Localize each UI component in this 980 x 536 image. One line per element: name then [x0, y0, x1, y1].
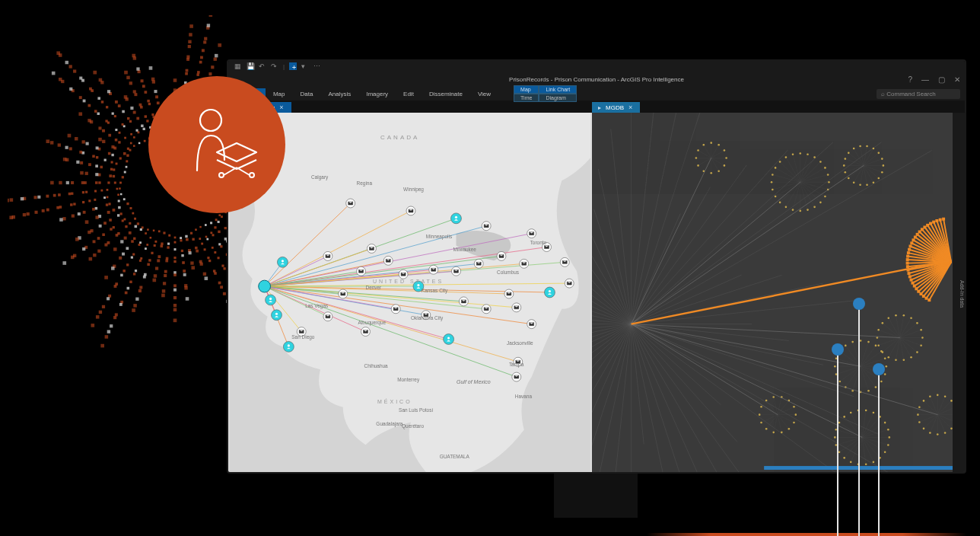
- svg-rect-493: [126, 76, 130, 80]
- map-node[interactable]: [346, 199, 355, 208]
- map-node[interactable]: [560, 257, 569, 266]
- tab-edit[interactable]: Edit: [396, 88, 422, 100]
- close-tab-icon[interactable]: ×: [628, 104, 632, 111]
- map-node[interactable]: [323, 251, 332, 260]
- svg-point-901: [827, 174, 829, 176]
- map-node[interactable]: [504, 289, 514, 298]
- map-node[interactable]: [482, 222, 491, 231]
- map-node[interactable]: [277, 257, 288, 267]
- map-node[interactable]: [459, 297, 468, 306]
- undo-icon[interactable]: ↶: [259, 62, 266, 70]
- svg-rect-197: [163, 282, 166, 285]
- close-tab-icon[interactable]: ×: [279, 104, 283, 111]
- svg-rect-374: [98, 174, 101, 177]
- svg-rect-491: [133, 90, 136, 93]
- map-node[interactable]: [361, 327, 371, 337]
- tab-imagery[interactable]: Imagery: [358, 88, 396, 100]
- close-icon[interactable]: ✕: [954, 75, 960, 84]
- map-node[interactable]: [452, 266, 461, 276]
- tab-disseminate[interactable]: Disseminate: [422, 88, 470, 100]
- doc-tab-mgdb[interactable]: ▸ MGDB×: [592, 102, 640, 113]
- map-node[interactable]: [512, 303, 521, 312]
- svg-rect-402: [119, 157, 122, 159]
- map-node[interactable]: [272, 310, 282, 321]
- map-node[interactable]: [367, 244, 376, 254]
- svg-rect-389: [116, 163, 118, 165]
- svg-rect-366: [81, 181, 84, 184]
- svg-rect-196: [164, 274, 167, 277]
- side-panel-strip[interactable]: Add-In data: [953, 113, 965, 472]
- svg-rect-330: [82, 201, 84, 203]
- map-node[interactable]: [283, 341, 294, 352]
- redo-icon[interactable]: ↷: [271, 62, 278, 70]
- map-node[interactable]: [391, 305, 400, 314]
- app-menu-icon[interactable]: ▦: [234, 62, 242, 70]
- map-node[interactable]: [474, 259, 483, 268]
- window-controls: ? ― ▢ ✕: [908, 75, 960, 84]
- graph-canvas[interactable]: [592, 113, 965, 472]
- svg-rect-180: [173, 257, 176, 259]
- svg-rect-411: [126, 154, 129, 156]
- add-icon[interactable]: ＋: [289, 62, 297, 70]
- help-icon[interactable]: ?: [908, 75, 912, 84]
- svg-rect-562: [206, 26, 209, 29]
- svg-rect-501: [145, 91, 148, 94]
- map-node[interactable]: [266, 295, 276, 305]
- map-node[interactable]: [383, 256, 393, 265]
- svg-rect-472: [107, 90, 110, 93]
- folder-icon[interactable]: ▾: [301, 62, 309, 70]
- svg-rect-1186: [908, 248, 911, 251]
- map-node[interactable]: [444, 334, 454, 345]
- map-pane[interactable]: CalgaryReginaWinnipegMinneapolisMilwauke…: [228, 113, 592, 472]
- svg-point-705: [219, 173, 224, 177]
- minimize-icon[interactable]: ―: [921, 75, 929, 84]
- svg-rect-296: [129, 207, 132, 209]
- tab-analysis[interactable]: Analysis: [320, 88, 358, 100]
- map-node[interactable]: [512, 372, 521, 381]
- command-search[interactable]: ⌕ Command Search: [877, 89, 960, 99]
- map-node[interactable]: [520, 259, 529, 268]
- svg-line-833: [592, 150, 632, 324]
- svg-line-1116: [862, 429, 888, 437]
- map-node[interactable]: [357, 266, 366, 276]
- save-icon[interactable]: 💾: [247, 62, 254, 70]
- svg-rect-488: [140, 106, 143, 109]
- maximize-icon[interactable]: ▢: [938, 75, 945, 84]
- svg-rect-212: [148, 259, 151, 261]
- city-label: San Luis Potosí: [399, 407, 433, 413]
- tab-view[interactable]: View: [470, 88, 498, 100]
- tab-data[interactable]: Data: [292, 88, 320, 100]
- map-node[interactable]: [565, 279, 574, 288]
- svg-line-946: [900, 337, 918, 352]
- map-node[interactable]: [429, 265, 438, 274]
- map-node[interactable]: [527, 229, 536, 238]
- svg-rect-232: [120, 301, 123, 304]
- svg-rect-153: [190, 232, 192, 234]
- city-label: GUATEMALA: [440, 454, 470, 459]
- map-node[interactable]: [482, 305, 491, 314]
- map-node[interactable]: [339, 289, 348, 298]
- svg-rect-166: [191, 266, 195, 270]
- svg-rect-138: [199, 238, 201, 240]
- svg-rect-450: [112, 113, 114, 115]
- svg-rect-321: [72, 214, 75, 217]
- map-node[interactable]: [323, 312, 332, 321]
- svg-rect-189: [173, 319, 177, 323]
- more-icon[interactable]: ⋯: [313, 62, 321, 70]
- svg-rect-238: [105, 335, 109, 339]
- map-canvas[interactable]: CalgaryReginaWinnipegMinneapolisMilwauke…: [228, 113, 592, 472]
- map-node[interactable]: [497, 251, 506, 260]
- map-node[interactable]: [527, 320, 536, 329]
- map-node[interactable]: [451, 213, 462, 224]
- tab-map[interactable]: Map: [266, 88, 293, 100]
- svg-rect-143: [213, 270, 215, 272]
- svg-rect-220: [132, 308, 135, 312]
- link-chart-pane[interactable]: ▸ MGDB×: [592, 113, 965, 472]
- map-node[interactable]: [406, 206, 415, 215]
- map-node[interactable]: [545, 287, 555, 298]
- svg-rect-342: [119, 187, 120, 189]
- svg-rect-157: [199, 260, 202, 263]
- svg-line-956: [883, 337, 900, 352]
- svg-rect-346: [94, 190, 97, 192]
- map-node[interactable]: [399, 270, 408, 279]
